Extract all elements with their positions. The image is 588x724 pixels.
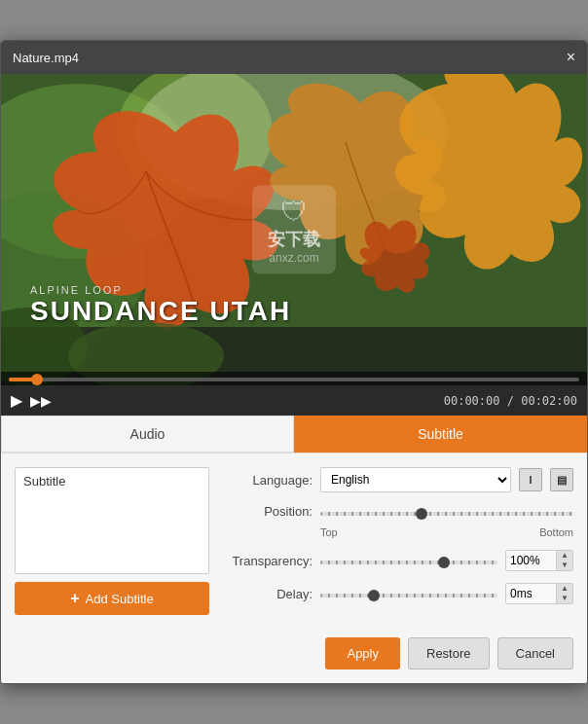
progress-bar-area[interactable] bbox=[1, 372, 587, 385]
transparency-row: Transparency: ▲ ▼ bbox=[225, 550, 573, 571]
progress-thumb bbox=[31, 374, 43, 385]
watermark-icon: 🛡 bbox=[268, 196, 320, 228]
delay-slider-container bbox=[320, 588, 497, 599]
position-track[interactable] bbox=[320, 512, 573, 516]
close-button[interactable]: × bbox=[567, 49, 575, 66]
position-left-label: Top bbox=[320, 526, 338, 538]
restore-button[interactable]: Restore bbox=[408, 637, 490, 670]
controls-bar: ▶ ▶▶ 00:00:00 / 00:02:00 bbox=[1, 385, 587, 416]
delay-row: Delay: ▲ ▼ bbox=[225, 583, 573, 604]
progress-track[interactable] bbox=[9, 378, 579, 381]
transparency-track[interactable] bbox=[320, 561, 497, 564]
delay-label: Delay: bbox=[225, 587, 312, 601]
bottom-buttons: Apply Restore Cancel bbox=[1, 630, 587, 683]
main-window: Nature.mp4 × bbox=[0, 40, 588, 684]
transparency-slider-container bbox=[320, 555, 497, 566]
content-area: Subtitle + Add Subtitle Language: Englis… bbox=[1, 453, 587, 630]
cancel-button[interactable]: Cancel bbox=[497, 637, 573, 670]
position-row: Position: Top Bottom bbox=[225, 504, 573, 538]
plus-icon: + bbox=[70, 590, 79, 607]
tab-subtitle[interactable]: Subtitle bbox=[294, 416, 587, 452]
video-overlay: ALPINE LOOP SUNDANCE UTAH bbox=[30, 284, 291, 327]
add-subtitle-label: Add Subtitle bbox=[86, 592, 154, 606]
bold-button[interactable]: I bbox=[519, 468, 542, 491]
position-thumb[interactable] bbox=[416, 508, 427, 520]
position-slider-container bbox=[320, 506, 573, 518]
tabs-area: Audio Subtitle bbox=[1, 416, 587, 453]
delay-up[interactable]: ▲ bbox=[557, 584, 572, 594]
apply-button[interactable]: Apply bbox=[325, 637, 400, 670]
video-player: ALPINE LOOP SUNDANCE UTAH 🛡 安下载 anxz.com bbox=[1, 74, 587, 385]
delay-input-group: ▲ ▼ bbox=[505, 583, 573, 604]
add-subtitle-button[interactable]: + Add Subtitle bbox=[15, 582, 209, 615]
transparency-label: Transparency: bbox=[225, 554, 312, 568]
language-row: Language: English Chinese French German … bbox=[225, 467, 573, 492]
tab-audio[interactable]: Audio bbox=[1, 416, 294, 452]
fast-forward-button[interactable]: ▶▶ bbox=[30, 393, 52, 409]
transparency-arrows: ▲ ▼ bbox=[556, 551, 572, 570]
subtitle-list-item[interactable]: Subtitle bbox=[16, 468, 208, 494]
delay-thumb[interactable] bbox=[368, 590, 380, 601]
language-label: Language: bbox=[225, 473, 312, 488]
subtitle-list-box[interactable]: Subtitle bbox=[15, 467, 209, 574]
title-bar: Nature.mp4 × bbox=[1, 41, 587, 74]
transparency-input-group: ▲ ▼ bbox=[505, 550, 573, 571]
watermark-subtext: anxz.com bbox=[268, 251, 320, 265]
language-select[interactable]: English Chinese French German Spanish bbox=[320, 467, 511, 492]
video-small-text: ALPINE LOOP bbox=[30, 284, 291, 296]
transparency-up[interactable]: ▲ bbox=[557, 551, 572, 561]
delay-down[interactable]: ▼ bbox=[557, 594, 572, 603]
subtitle-list-panel: Subtitle + Add Subtitle bbox=[15, 467, 209, 616]
settings-panel: Language: English Chinese French German … bbox=[225, 467, 573, 616]
transparency-input[interactable] bbox=[506, 551, 556, 570]
play-button[interactable]: ▶ bbox=[11, 391, 22, 410]
delay-input[interactable] bbox=[506, 584, 556, 603]
position-label: Position: bbox=[225, 504, 312, 519]
watermark-text: 安下载 bbox=[268, 228, 320, 251]
list-button[interactable]: ▤ bbox=[550, 468, 573, 491]
window-title: Nature.mp4 bbox=[13, 51, 79, 65]
delay-arrows: ▲ ▼ bbox=[556, 584, 572, 603]
video-big-text: SUNDANCE UTAH bbox=[30, 296, 291, 327]
transparency-thumb[interactable] bbox=[438, 557, 450, 568]
transparency-down[interactable]: ▼ bbox=[557, 561, 572, 570]
position-right-label: Bottom bbox=[539, 526, 573, 538]
watermark: 🛡 安下载 anxz.com bbox=[252, 186, 336, 274]
delay-track[interactable] bbox=[320, 594, 497, 597]
time-display: 00:00:00 / 00:02:00 bbox=[444, 394, 577, 408]
